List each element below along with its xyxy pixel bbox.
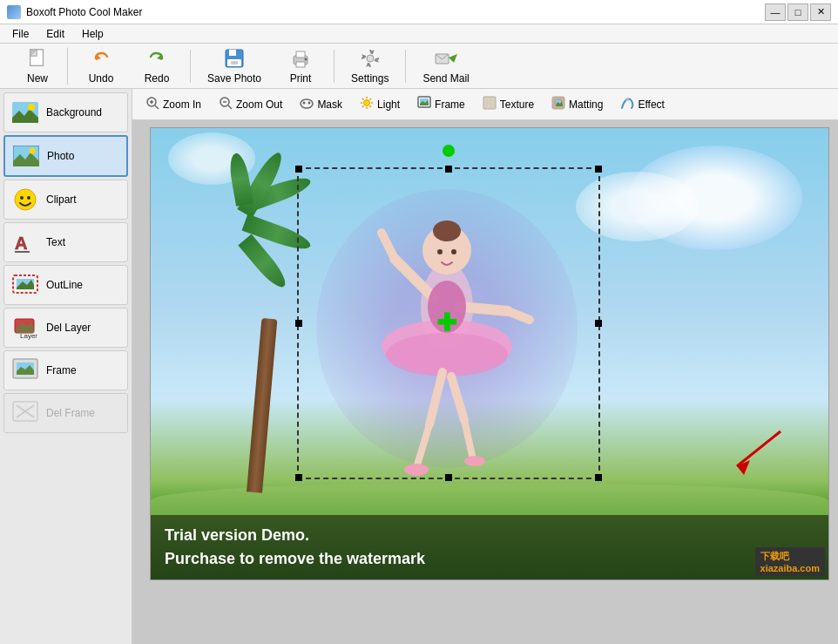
save-photo-button[interactable]: Save Photo (198, 47, 271, 85)
title-bar-left: Boxoft Photo Cool Maker (7, 5, 142, 19)
svg-point-18 (28, 104, 35, 111)
svg-point-76 (386, 333, 508, 376)
menu-bar: File Edit Help (0, 24, 838, 44)
svg-text:Layer: Layer (20, 332, 37, 340)
svg-point-85 (404, 464, 429, 476)
light-button[interactable]: Light (352, 92, 408, 117)
content-area: Zoom In Zoom Out (132, 89, 838, 644)
frame-sub-label: Frame (435, 98, 465, 111)
mask-icon (300, 96, 314, 112)
svg-point-48 (308, 102, 311, 105)
svg-line-90 (737, 431, 781, 466)
svg-rect-6 (229, 50, 236, 56)
save-icon (223, 47, 246, 70)
svg-rect-11 (296, 62, 305, 67)
svg-point-47 (303, 102, 306, 105)
svg-line-83 (451, 376, 464, 420)
dellayer-label: Del Layer (46, 322, 91, 334)
svg-marker-15 (449, 54, 457, 63)
light-label: Light (377, 98, 400, 111)
svg-line-80 (508, 311, 530, 320)
effect-icon (620, 96, 634, 112)
download-badge-line1: 下载吧 (760, 550, 820, 563)
new-button[interactable]: New (7, 47, 68, 85)
close-button[interactable]: ✕ (810, 3, 831, 21)
app-title: Boxoft Photo Cool Maker (26, 6, 142, 18)
photo-label: Photo (47, 150, 74, 162)
ballerina-container (299, 172, 595, 485)
sidebar-item-outline[interactable]: OutLine (3, 265, 128, 305)
zoom-in-button[interactable]: Zoom In (138, 92, 209, 117)
menu-edit[interactable]: Edit (37, 26, 73, 42)
svg-line-54 (362, 98, 364, 100)
download-badge: 下载吧 xiazaiba.com (755, 547, 825, 576)
svg-rect-8 (231, 61, 238, 64)
watermark: Trial version Demo. Purchase to remove t… (151, 515, 828, 580)
sidebar-item-background[interactable]: Background (3, 92, 128, 132)
background-icon (11, 98, 39, 126)
watermark-line2: Purchase to remove the watermark (165, 547, 814, 571)
svg-line-78 (382, 233, 395, 259)
sidebar-item-photo[interactable]: Photo (3, 135, 128, 177)
undo-icon (90, 47, 112, 70)
watermark-line1: Trial version Demo. (165, 524, 814, 547)
arrow-indicator (720, 427, 789, 479)
zoom-out-button[interactable]: Zoom Out (211, 92, 290, 117)
svg-line-44 (228, 105, 232, 109)
sidebar-item-dellayer[interactable]: Layer Del Layer (3, 308, 128, 348)
svg-line-79 (460, 307, 508, 311)
texture-label: Texture (500, 98, 534, 111)
svg-point-49 (364, 100, 370, 106)
zoom-in-label: Zoom In (163, 98, 201, 111)
svg-point-13 (367, 55, 374, 62)
print-icon (289, 47, 312, 70)
palm-trunk (247, 318, 277, 493)
svg-point-87 (437, 249, 443, 254)
delframe-label: Del Frame (46, 407, 95, 419)
photo-icon (12, 142, 40, 170)
download-badge-line2: xiazaiba.com (760, 563, 820, 573)
redo-label: Redo (145, 72, 170, 85)
matting-label: Matting (569, 98, 603, 111)
effect-button[interactable]: Effect (612, 92, 672, 117)
maximize-button[interactable]: □ (787, 3, 808, 21)
matting-button[interactable]: Matting (544, 92, 611, 117)
background-label: Background (46, 106, 102, 119)
toolbar-sep-3 (405, 50, 406, 83)
canvas-area[interactable]: ✚ Trial version Demo. Purchase to remove… (132, 120, 838, 644)
sub-toolbar: Zoom In Zoom Out (132, 89, 838, 120)
delframe-icon (11, 399, 39, 427)
sidebar-item-frame[interactable]: Frame (3, 350, 128, 390)
canvas-image[interactable]: ✚ Trial version Demo. Purchase to remove… (150, 127, 829, 580)
sidebar-item-delframe: Del Frame (3, 393, 128, 433)
svg-line-56 (370, 98, 372, 100)
send-mail-button[interactable]: Send Mail (413, 47, 478, 85)
sidebar: Background Photo Clipart (0, 89, 132, 644)
undo-button[interactable]: Undo (75, 47, 127, 85)
svg-line-55 (370, 106, 372, 108)
save-label: Save Photo (207, 72, 261, 85)
sidebar-item-text[interactable]: A Text (3, 222, 128, 262)
sidebar-item-clipart[interactable]: Clipart (3, 180, 128, 220)
outline-icon (11, 271, 39, 299)
ballerina-svg (334, 172, 560, 485)
menu-file[interactable]: File (3, 26, 37, 42)
frame-sub-button[interactable]: Frame (409, 92, 473, 117)
zoom-out-label: Zoom Out (236, 98, 282, 111)
svg-line-84 (464, 420, 473, 459)
svg-line-82 (416, 424, 429, 468)
texture-icon (483, 96, 497, 112)
frame-label: Frame (46, 364, 77, 376)
matting-icon (551, 96, 565, 112)
print-button[interactable]: Print (274, 47, 327, 85)
text-icon: A (11, 228, 39, 256)
redo-button[interactable]: Redo (131, 47, 183, 85)
menu-help[interactable]: Help (73, 26, 112, 42)
svg-point-71 (625, 98, 629, 101)
mask-button[interactable]: Mask (292, 92, 350, 117)
svg-line-40 (155, 105, 159, 109)
settings-button[interactable]: Settings (341, 47, 398, 85)
texture-button[interactable]: Texture (475, 92, 542, 117)
minimize-button[interactable]: — (765, 3, 786, 21)
svg-line-81 (429, 372, 443, 424)
